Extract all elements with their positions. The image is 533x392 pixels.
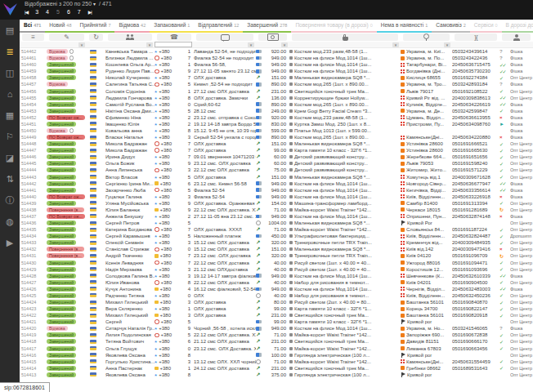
table-row[interactable]: 514462ВідмоваКаневська Тамара ...*+3801Л…	[20, 48, 533, 55]
table-row[interactable]: 514428ЗавершенийСолодкова Галина В...*+3…	[20, 273, 533, 279]
tab-нема-в-наявності[interactable]: Нема в наявності1	[377, 20, 432, 33]
tab-новий[interactable]: Новий48	[45, 20, 75, 33]
table-row[interactable]: 514422ЗавершенийМихаил Гилецький+3803ОЛХ…	[20, 312, 533, 318]
table-row[interactable]: 514424ЗавершенийМихаил Гилецький+3803ОЛХ…	[20, 299, 533, 305]
table-row[interactable]: 514417ЗавершенийОльга Глущук*+380023.12 …	[20, 345, 533, 352]
sidebar-item-settings[interactable]: ⇅	[0, 168, 20, 189]
filter-dropdown[interactable]: ▾	[146, 42, 153, 47]
table-row[interactable]: 514452ПО Возврат ож...Єфименко Ніна*+380…	[20, 114, 533, 121]
table-row[interactable]: 514454ЗавершенийСамотій Руслана Во...*+3…	[20, 101, 533, 108]
sidebar-item-company[interactable]: ⌂	[0, 83, 20, 105]
sidebar-item-purchases[interactable]: ▦	[0, 105, 20, 126]
sidebar-item-statistics[interactable]: ◪	[0, 147, 20, 168]
tab-запакований[interactable]: Запакований1	[150, 20, 194, 33]
sidebar-item-dashboard[interactable]: ▤	[0, 20, 20, 41]
table-row[interactable]: 514441ЗавершенийЗахарченко Люба+3805Фиал…	[20, 187, 533, 194]
chat-icon[interactable]	[196, 33, 253, 41]
sidebar-item-orders[interactable]: ≣	[0, 41, 20, 62]
list-icon[interactable]: ≡	[22, 33, 44, 41]
filter-dropdown[interactable]: ▾	[392, 42, 399, 47]
sidebar-item-support[interactable]: ◍	[0, 211, 20, 232]
refresh-icon[interactable]: ↻	[89, 33, 103, 41]
table-row[interactable]: 514434ЗавершенийСергей Карамышев*+3805На…	[20, 233, 533, 239]
table-row[interactable]: 514442ЗавершенийСергієнко Ірина Ми...+38…	[20, 180, 533, 187]
table-row[interactable]: 514453ЗавершенийНікітіна Оксана Дми...*+…	[20, 108, 533, 114]
table-row[interactable]: 514416ЗавершенийЯковлева Оксана*+3808100…	[20, 352, 533, 359]
first-page-button[interactable]: |◀	[25, 9, 28, 15]
table-row[interactable]: 514445ЗавершенийОльга Божик*+380923.12 с…	[20, 160, 533, 167]
person-icon[interactable]	[502, 33, 531, 41]
table-row[interactable]: 514426ЗавершенийКучук Антонина+380416.12…	[20, 286, 533, 292]
table-row[interactable]: 514450ВідмоваКовальова анна*+380815.12. …	[20, 127, 533, 134]
tab-відправлений[interactable]: Відправлений12	[194, 20, 243, 33]
page-number-5[interactable]: 5	[56, 9, 60, 15]
table-row[interactable]: 514457ВідмоваСалегина Татьяна С...+3805К…	[20, 81, 533, 87]
table-row[interactable]: 514447ЗавершенийМикола Бадражан+3807ОЛХ …	[20, 147, 533, 154]
sidebar-item-video[interactable]: ▶	[0, 232, 20, 253]
filter-dropdown[interactable]: ▾	[444, 42, 450, 47]
table-row[interactable]: 514455ЗавершенийЛюдмила Гончарова*+3808О…	[20, 95, 533, 101]
table-row[interactable]: 514432Повернення (в...Станіслав Стрижак+…	[20, 246, 533, 252]
table-row[interactable]: 514461ВідмоваБлизнюк Людмила ...+3807Фиа…	[20, 55, 533, 61]
phone-filter-input[interactable]	[155, 42, 192, 47]
location-pin-icon[interactable]	[403, 33, 450, 41]
table-row[interactable]: 514448ЗавершенийМикола Бадражан+3807ОЛХ …	[20, 140, 533, 147]
tab-завершений[interactable]: Завершений278	[243, 20, 291, 33]
filter-dropdown[interactable]: ▾	[248, 42, 254, 47]
app-logo-icon[interactable]	[2, 1, 19, 18]
table-row[interactable]: 514456ЗавершенийСоломія Сідоніна*+380127…	[20, 87, 533, 94]
scanner-icon[interactable]: }{	[455, 33, 497, 41]
table-row[interactable]: 514451ЗавершенийІващенко Юлія*+380219.12…	[20, 121, 533, 127]
contacts-icon[interactable]	[108, 33, 152, 41]
table-row[interactable]: 514446ЗавершенийИрина Дидух*+380709.01 з…	[20, 154, 533, 160]
sidebar-item-info[interactable]: ⓘ	[0, 189, 20, 211]
tab-самовивіз[interactable]: Самовивіз2	[432, 20, 470, 33]
phone-icon[interactable]: ☎	[157, 33, 191, 41]
last-page-button[interactable]: ▶|	[88, 9, 92, 15]
table-row[interactable]: 514431Повернення (в...Андрій Ткаченко+38…	[20, 252, 533, 259]
table-row[interactable]: 514443ЗавершенийВіктор Власов*+3805ОЛХ д…	[20, 173, 533, 180]
table-row[interactable]: 514440ПО Возврат ож...Гуцалюк Галина*+38…	[20, 194, 533, 200]
table-row[interactable]: 514418ЗавершенийТетяна Войтович*+380621.…	[20, 338, 533, 345]
table-row[interactable]: 514425ЗавершенийРадченко Тетяна*+3800ОЛХ…	[20, 292, 533, 299]
table-row[interactable]: 514458ЗавершенийНиколай Кучеренко*+3807О…	[20, 74, 533, 81]
table-row[interactable]: 514414ЗавершенийАнна Пастернак+380124.12…	[20, 365, 533, 372]
table-row[interactable]: 514435ЗавершенийКатерина Богданова+3807О…	[20, 226, 533, 233]
bag-icon[interactable]	[292, 33, 398, 41]
filter-dropdown[interactable]: ▾	[281, 42, 288, 47]
table-row[interactable]: 514420ВідмоваСитарчук Наталія Гр...*+380…	[20, 325, 533, 332]
tab-в-дорозі-додому[interactable]: В дорозі додому0	[502, 20, 533, 33]
table-row[interactable]: 514413ЗавершенийЯковлева Оксана*+3808↗37…	[20, 372, 533, 378]
table-row[interactable]: 514421ЗавершенийСергей+380599.00Карта па…	[20, 318, 533, 325]
table-row[interactable]: 514438Повернення (в...Юлия Баланюк+38092…	[20, 207, 533, 213]
sidebar-item-clients[interactable]: ◫	[0, 62, 20, 83]
table-row[interactable]: 514419ЗавершенийЛилия Подолинская+380522…	[20, 332, 533, 338]
table-row[interactable]: 514459ЗавершенийРуденко Лидия Пав...+380…	[20, 68, 533, 74]
filter-dropdown[interactable]: ▾	[78, 42, 85, 47]
tab-всі[interactable]: Всі471	[20, 20, 45, 33]
table-row[interactable]: 514415ЗавершенийГоргулько Христина...*+3…	[20, 359, 533, 365]
table-row[interactable]: 514444ЗавершенийАнна Липенська+380322.12…	[20, 167, 533, 173]
records-shown[interactable]: Відображені з 200 по 250▾ / 471	[25, 1, 112, 7]
table-row[interactable]: 514427ЗавершенийЮлия Иванова+380822.12 с…	[20, 279, 533, 286]
tab-прийнятий[interactable]: Прийнятий7	[75, 20, 114, 33]
table-row[interactable]: 514423ЗавершенийВера Скляренко*+3801ОЛХ …	[20, 305, 533, 312]
tab-відмова[interactable]: Відмова42	[114, 20, 150, 33]
tab-повернення-товару-в-дорозі-[interactable]: Повернення товару (в дорозі)0	[291, 20, 376, 33]
table-row[interactable]: 514437ПО Возврат ож...Анжела Безушку*+38…	[20, 213, 533, 220]
tab-сервіси[interactable]: Сервіси0	[470, 20, 502, 33]
money-icon[interactable]	[258, 33, 287, 41]
edit-icon[interactable]: ✎	[49, 33, 84, 41]
sidebar-item-campaigns[interactable]: ⚐	[0, 126, 20, 147]
page-number-7[interactable]: 7	[78, 9, 81, 15]
table-row[interactable]: 514439ЗавершенийУляна Мусійовська*+3809О…	[20, 200, 533, 207]
table-row[interactable]: 514460ЗавершенийКошелева Ольга Ар...*+38…	[20, 61, 533, 68]
table-row[interactable]: 514436ЗавершенийСергей Петров*+38051004.…	[20, 220, 533, 226]
table-row[interactable]: 514433ЗавершенийОлексій Семанін*+380315.…	[20, 239, 533, 246]
table-row[interactable]: 514449ПО Возврат ож...Власюк Наталья*+38…	[20, 134, 533, 140]
page-number-6[interactable]: 6	[67, 9, 70, 15]
table-row[interactable]: 514430ЗавершенийКсенія Левадняя+380722.1…	[20, 260, 533, 266]
page-number-4[interactable]: 4	[46, 9, 49, 15]
page-number-3[interactable]: 3	[35, 9, 38, 15]
table-row[interactable]: 514429ЗавершенийНадія Мерзаєва*+380321.1…	[20, 266, 533, 273]
